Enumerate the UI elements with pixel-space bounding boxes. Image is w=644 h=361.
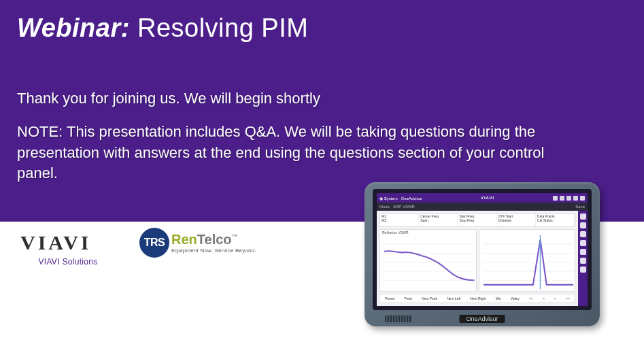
device-charts: Reflection VSWR: [379, 229, 575, 292]
toolbar-icon: [580, 249, 586, 255]
status-icon: [566, 196, 571, 201]
param-cell: Start FreqStop Freq: [458, 214, 496, 226]
viavi-wordmark: VIAVI: [20, 231, 116, 254]
status-icon: [560, 196, 564, 201]
bottom-btn: >>: [566, 296, 570, 300]
title-main: Resolving PIM: [137, 14, 308, 42]
device-speaker-grill-icon: [385, 315, 412, 322]
bottom-btn: Next Peak: [422, 296, 437, 300]
trs-rentelco-logo: TRS RenTelco™ Equipment Now. Service Bey…: [139, 228, 256, 258]
bottom-btn: Next Right: [470, 296, 486, 300]
device-screen: ◉ System OneAdvisor VIAVI Mode 4/5P VSWR…: [373, 189, 592, 310]
bottom-btn: Next Left: [447, 296, 460, 300]
slide-body: Thank you for joining us. We will begin …: [17, 88, 547, 196]
bottom-btn: <: [543, 296, 545, 300]
trs-main-line: RenTelco™: [171, 232, 256, 247]
trs-tagline: Equipment Now. Service Beyond.: [171, 247, 256, 254]
toolbar-icon: [580, 267, 586, 273]
chart-left-svg: [384, 235, 475, 290]
param-cell: Center FreqSpan: [419, 214, 458, 226]
status-icon: [573, 196, 578, 201]
title-prefix: Webinar:: [17, 14, 130, 42]
device-status-icons: [553, 196, 585, 201]
param-cell: Data PointsCal Status: [536, 214, 575, 226]
viavi-logo: VIAVI VIAVI Solutions: [20, 231, 116, 267]
device-right-toolbar: [578, 211, 588, 306]
device-save-label: Save: [575, 205, 585, 209]
oneadvisor-device: ◉ System OneAdvisor VIAVI Mode 4/5P VSWR…: [365, 182, 600, 326]
device-brand: VIAVI: [481, 196, 494, 200]
chart-right-svg: [484, 235, 574, 290]
bottom-btn: <<: [529, 296, 533, 300]
toolbar-icon: [580, 222, 586, 228]
bottom-btn: Peak: [405, 296, 412, 300]
status-icon: [553, 196, 558, 201]
note-text: NOTE: This presentation includes Q&A. We…: [17, 122, 547, 184]
device-param-grid: M1M2 Center FreqSpan Start FreqStop Freq…: [379, 213, 575, 227]
device-chart-left: Reflection VSWR: [379, 229, 477, 292]
trs-text-block: RenTelco™ Equipment Now. Service Beyond.: [171, 232, 256, 254]
trs-circle-icon: TRS: [139, 228, 169, 258]
viavi-subtitle: VIAVI Solutions: [20, 257, 116, 267]
device-mode-label: Mode 4/5P VSWR: [379, 205, 415, 209]
param-cell: DTF StartDistance: [497, 214, 536, 226]
chart-left-title: Reflection VSWR: [382, 230, 409, 235]
device-bottom-toolbar: Preset Peak Next Peak Next Left Next Rig…: [379, 294, 575, 303]
bottom-btn: Preset: [385, 296, 394, 300]
device-subheader: Mode 4/5P VSWR Save: [377, 203, 588, 211]
toolbar-icon: [580, 258, 586, 264]
webinar-slide: Webinar: Resolving PIM Thank you for joi…: [0, 0, 644, 361]
trs-ren: Ren: [171, 232, 197, 247]
device-main-area: M1M2 Center FreqSpan Start FreqStop Freq…: [377, 211, 578, 306]
toolbar-icon: [580, 240, 586, 246]
device-body: M1M2 Center FreqSpan Start FreqStop Freq…: [377, 211, 588, 306]
trs-tm: ™: [232, 233, 238, 240]
device-model-label: OneAdvisor: [459, 315, 505, 323]
device-chart-right: [479, 229, 576, 292]
bottom-btn: Min: [496, 296, 501, 300]
bottom-btn: >: [554, 296, 556, 300]
device-topbar: ◉ System OneAdvisor VIAVI: [377, 193, 588, 203]
toolbar-icon: [580, 231, 586, 237]
device-topbar-left: ◉ System OneAdvisor: [379, 196, 422, 201]
param-cell: M1M2: [380, 214, 419, 226]
intro-text: Thank you for joining us. We will begin …: [17, 88, 547, 109]
status-icon: [580, 196, 585, 201]
trs-telco: Telco: [197, 232, 232, 247]
slide-title: Webinar: Resolving PIM: [17, 14, 308, 43]
toolbar-icon: [580, 213, 586, 220]
bottom-btn: Valley: [511, 296, 520, 300]
